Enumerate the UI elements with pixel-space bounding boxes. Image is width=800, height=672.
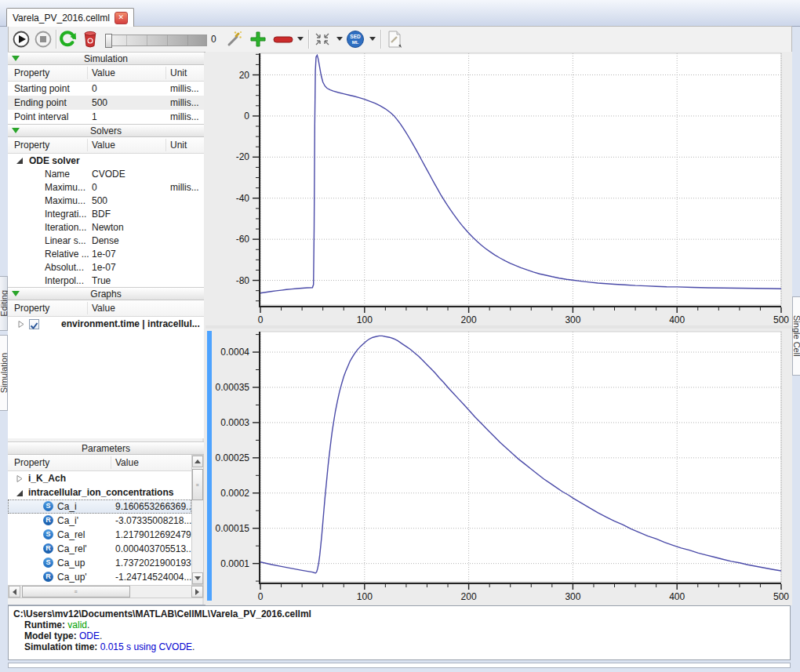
parameter-row[interactable]: RCa_i'-3.07335008218... bbox=[8, 514, 191, 528]
tree-expanded-icon[interactable] bbox=[16, 157, 24, 165]
property-row[interactable]: Starting point0millis... bbox=[8, 82, 204, 96]
mode-tab-simulation[interactable]: Simulation bbox=[0, 335, 8, 411]
graph-panel-ca-i[interactable]: 0.00040.000350.00030.000250.00020.000150… bbox=[205, 329, 792, 602]
svg-text:0.0002: 0.0002 bbox=[220, 488, 249, 499]
svg-text:100: 100 bbox=[357, 314, 373, 325]
svg-text:0.0004: 0.0004 bbox=[220, 347, 249, 358]
parameter-row[interactable]: RCa_rel'0.000403705513... bbox=[8, 542, 191, 556]
svg-text:-80: -80 bbox=[236, 275, 250, 286]
property-row[interactable]: Absolut...1e-07 bbox=[8, 261, 204, 274]
graphs-column-header: Property Value bbox=[8, 300, 204, 317]
svg-text:0: 0 bbox=[258, 591, 264, 602]
mode-tab-editing[interactable]: Editing bbox=[0, 276, 8, 331]
simulation-toolbar: 0 SEDML bbox=[8, 26, 792, 53]
file-path: C:\Users\mv12\Documents\MATLAB\CellML\Va… bbox=[13, 608, 785, 619]
svg-text:0: 0 bbox=[244, 111, 249, 122]
property-row[interactable]: Maximu...0millis... bbox=[8, 181, 204, 194]
delay-value: 0 bbox=[211, 34, 216, 45]
solvers-properties: ODE solverNameCVODEMaximu...0millis...Ma… bbox=[8, 154, 204, 287]
parameters-vscrollbar[interactable]: ≡ bbox=[191, 455, 204, 585]
svg-text:0.00035: 0.00035 bbox=[216, 382, 250, 393]
parameter-row[interactable]: SCa_i9.160653266369... bbox=[8, 499, 191, 514]
property-row[interactable]: Iteration...Newton bbox=[8, 221, 204, 234]
hscroll-thumb[interactable]: ≡ bbox=[22, 586, 130, 598]
collapse-triangle-icon[interactable] bbox=[12, 128, 20, 133]
parameters-column-header: Property Value bbox=[8, 455, 191, 471]
remove-graph-panel-dropdown-arrow[interactable] bbox=[297, 37, 304, 41]
solver-group-row[interactable]: ODE solver bbox=[8, 154, 204, 168]
view-tab-single-cell[interactable]: Single Cell bbox=[792, 296, 800, 376]
sedml-export-dropdown-arrow[interactable] bbox=[369, 37, 376, 41]
graphs-section-title: Graphs bbox=[90, 289, 121, 300]
graph-panel-actions-button[interactable] bbox=[313, 30, 332, 49]
solvers-section-title: Solvers bbox=[90, 125, 122, 136]
graph-checkbox[interactable] bbox=[29, 319, 39, 329]
sedml-icon: SEDML bbox=[346, 30, 365, 49]
cellml-export-button[interactable] bbox=[385, 30, 404, 49]
rate-variable-icon: R bbox=[43, 572, 53, 582]
tab-close-icon[interactable]: ✕ bbox=[115, 12, 128, 24]
simulation-delay-slider[interactable] bbox=[105, 35, 207, 46]
property-row[interactable]: Ending point500millis... bbox=[8, 96, 204, 110]
add-graph-panel-button[interactable] bbox=[249, 30, 267, 49]
vscroll-thumb[interactable]: ≡ bbox=[192, 469, 203, 500]
svg-text:SED: SED bbox=[350, 34, 361, 39]
property-row[interactable]: Relative ...1e-07 bbox=[8, 248, 204, 261]
simulation-section-header[interactable]: Simulation bbox=[8, 52, 204, 65]
property-row[interactable]: Maximu...500 bbox=[8, 194, 204, 208]
collapse-triangle-icon[interactable] bbox=[12, 291, 20, 296]
run-button[interactable] bbox=[12, 30, 31, 49]
tree-collapsed-icon[interactable] bbox=[17, 321, 25, 329]
ca-i-chart[interactable]: 0.00040.000350.00030.000250.00020.000150… bbox=[205, 329, 792, 605]
voltage-chart[interactable]: 200-20-40-60-800100200300400500 bbox=[205, 52, 792, 325]
state-variable-icon: S bbox=[43, 558, 53, 568]
simulation-column-header: Property Value Unit bbox=[8, 65, 204, 82]
file-tab[interactable]: Varela_PV_2016.cellml ✕ bbox=[6, 8, 134, 27]
slider-handle[interactable] bbox=[105, 34, 112, 48]
parameter-group-row[interactable]: i_K_Ach bbox=[8, 471, 191, 485]
rate-variable-icon: R bbox=[43, 543, 53, 554]
stop-button[interactable] bbox=[34, 30, 53, 49]
scroll-up-button[interactable] bbox=[192, 456, 203, 467]
property-row[interactable]: Point interval1millis... bbox=[8, 110, 204, 124]
status-line: Model type: ODE. bbox=[13, 630, 785, 641]
svg-text:200: 200 bbox=[461, 591, 477, 602]
state-variable-icon: S bbox=[43, 529, 53, 539]
svg-text:0: 0 bbox=[258, 314, 264, 325]
property-row[interactable]: Interpol...True bbox=[8, 274, 204, 287]
solvers-section-header[interactable]: Solvers bbox=[8, 124, 204, 137]
plot-canvas bbox=[260, 332, 781, 582]
property-row[interactable]: NameCVODE bbox=[8, 168, 204, 181]
sedml-export-button[interactable]: SEDML bbox=[346, 30, 365, 49]
parameter-row[interactable]: RCa_up'-1.24714524004... bbox=[8, 570, 191, 584]
status-line: Simulation time: 0.015 s using CVODE. bbox=[13, 641, 785, 652]
graph-panel-voltage[interactable]: 200-20-40-60-800100200300400500 bbox=[205, 52, 792, 325]
development-mode-button[interactable] bbox=[225, 30, 244, 49]
tree-expanded-icon[interactable] bbox=[16, 489, 24, 497]
graph-panels: 200-20-40-60-800100200300400500 0.00040.… bbox=[205, 52, 792, 605]
graphs-section-header[interactable]: Graphs bbox=[8, 287, 204, 300]
graph-panel-actions-dropdown-arrow[interactable] bbox=[336, 37, 343, 41]
svg-text:300: 300 bbox=[565, 314, 580, 325]
parameter-row[interactable]: SCa_rel1.21790126924798 bbox=[8, 528, 191, 542]
parameters-hscrollbar[interactable]: ≡ bbox=[8, 585, 204, 598]
parameter-group-row[interactable]: intracellular_ion_concentrations bbox=[8, 485, 191, 499]
clear-simulation-data-button[interactable] bbox=[81, 30, 100, 49]
property-row[interactable]: Integrati...BDF bbox=[8, 208, 204, 221]
fit-to-window-icon bbox=[313, 31, 332, 48]
scroll-left-button[interactable] bbox=[9, 586, 20, 598]
tree-collapsed-icon[interactable] bbox=[16, 475, 24, 483]
svg-text:0.00025: 0.00025 bbox=[216, 452, 250, 463]
state-variable-icon: S bbox=[43, 501, 53, 511]
reset-parameters-button[interactable] bbox=[59, 30, 78, 49]
toolbar-separator bbox=[56, 30, 57, 49]
parameter-row[interactable]: SCa_up1.7372021900193 bbox=[8, 556, 191, 570]
svg-text:-60: -60 bbox=[236, 234, 250, 245]
scroll-down-button[interactable] bbox=[192, 572, 203, 584]
scroll-right-button[interactable] bbox=[191, 586, 203, 598]
graph-row[interactable]: environment.time | intracellul... bbox=[8, 317, 204, 332]
svg-text:0.0001: 0.0001 bbox=[220, 558, 249, 569]
collapse-triangle-icon[interactable] bbox=[12, 56, 20, 61]
remove-graph-panel-button[interactable] bbox=[272, 30, 294, 49]
property-row[interactable]: Linear s...Dense bbox=[8, 234, 204, 248]
